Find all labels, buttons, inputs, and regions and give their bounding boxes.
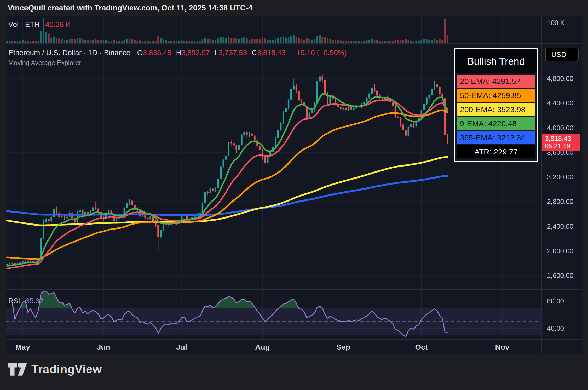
- legend-row: 9-EMA: 4220.48: [457, 117, 535, 130]
- price-axis-label: 3,200.00: [547, 173, 573, 181]
- month-label-nov: Nov: [491, 343, 514, 352]
- month-label-oct: Oct: [410, 343, 433, 352]
- tradingview-logo-icon: [7, 362, 27, 377]
- tradingview-chart-page: VinceQuill created with TradingView.com,…: [0, 0, 588, 390]
- legend-rows: 20 EMA: 4291.5750-EMA: 4259.85200-EMA: 3…: [455, 75, 537, 158]
- price-axis-label: 4,000.00: [547, 124, 573, 132]
- attribution-text: VinceQuill created with TradingView.com,…: [8, 4, 252, 12]
- rsi-axis-label: 40.00: [547, 324, 564, 332]
- rsi-axis-label: 80.00: [547, 297, 564, 305]
- rsi-value: 35.32: [26, 297, 44, 305]
- volume-axis-label: 100 K: [547, 19, 565, 27]
- volume-pane-header: Vol · ETH 40.26 K: [8, 20, 71, 29]
- price-axis-label: 4,800.00: [547, 74, 573, 82]
- month-label-sep: Sep: [332, 343, 355, 352]
- month-label-may: May: [11, 343, 34, 352]
- rsi-pane-header: RSI 35.32: [8, 297, 43, 305]
- ohlc-readout: O3,836.48H3,892.97L3,737.53C3,818.43: [132, 49, 286, 57]
- price-axis-label: 1,600.00: [547, 272, 573, 279]
- indicator-label: Moving Average Explorer: [8, 59, 81, 67]
- ema-legend-box[interactable]: Bullish Trend 20 EMA: 4291.5750-EMA: 425…: [454, 48, 538, 162]
- price-axis-label: 2,400.00: [547, 222, 573, 230]
- change-readout: −19.10 (−0.50%): [292, 49, 347, 57]
- legend-row: ATR: 229.77: [457, 145, 535, 158]
- attribution-bar: VinceQuill created with TradingView.com,…: [0, 0, 588, 16]
- ohlc-l: L3,737.53: [215, 49, 247, 57]
- legend-title: Bullish Trend: [455, 49, 537, 73]
- ohlc-h: H3,892.97: [176, 49, 210, 57]
- legend-row: 365-EMA: 3212.34: [457, 131, 535, 144]
- ohlc-c: C3,818.43: [252, 49, 285, 57]
- symbol-header: Ethereum / U.S. Dollar · 1D · Binance O3…: [8, 49, 347, 57]
- price-axis-label: 4,400.00: [547, 99, 573, 107]
- month-label-jul: Jul: [170, 343, 193, 352]
- month-label-jun: Jun: [92, 343, 115, 352]
- volume-label: Vol · ETH: [8, 20, 40, 28]
- ohlc-o: O3,836.48: [137, 49, 171, 57]
- rsi-label: RSI: [8, 297, 20, 305]
- legend-row: 200-EMA: 3523.98: [457, 103, 535, 116]
- price-axis-label: 2,800.00: [547, 198, 573, 205]
- currency-toggle-button[interactable]: USD: [545, 48, 579, 61]
- volume-value: 40.26 K: [45, 20, 71, 28]
- month-label-aug: Aug: [251, 343, 274, 352]
- price-axis-label: 2,000.00: [547, 247, 573, 255]
- tradingview-brand-text: TradingView: [31, 363, 102, 376]
- last-price-value: 3,818.43: [545, 135, 580, 142]
- legend-row: 50-EMA: 4259.85: [457, 89, 535, 102]
- last-price-badge[interactable]: 3,818.43 05:21:19: [542, 134, 580, 151]
- symbol-description: Ethereum / U.S. Dollar · 1D · Binance: [8, 49, 130, 57]
- bar-close-countdown: 05:21:19: [545, 142, 580, 150]
- tradingview-footer[interactable]: TradingView: [7, 360, 102, 378]
- legend-row: 20 EMA: 4291.57: [457, 75, 535, 88]
